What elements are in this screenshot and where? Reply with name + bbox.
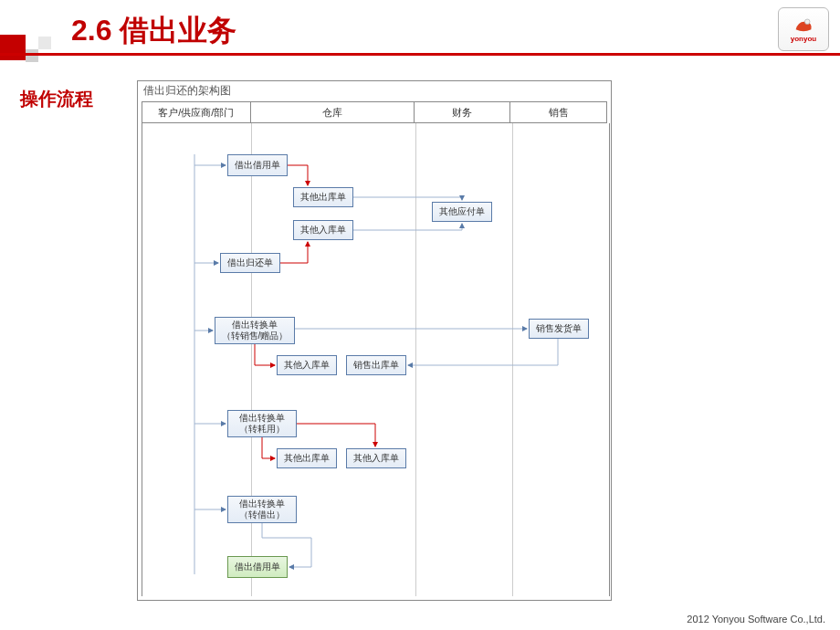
diagram-title: 借出归还的架构图 — [143, 83, 231, 99]
node-sales-deliver: 销售发货单 — [529, 319, 589, 339]
node-lend-borrow2: 借出借用单 — [227, 556, 288, 578]
node-other-in2: 其他入库单 — [277, 355, 337, 375]
col-warehouse: 仓库 — [251, 101, 415, 123]
node-lend-return: 借出归还单 — [220, 253, 280, 273]
col-finance: 财务 — [415, 101, 511, 123]
page-title: 2.6 借出业务 — [71, 11, 236, 51]
node-other-in: 其他入库单 — [293, 220, 353, 240]
col-sales: 销售 — [510, 101, 607, 123]
node-lend-borrow: 借出借用单 — [227, 154, 288, 176]
node-sales-out: 销售出库单 — [346, 355, 406, 375]
node-convert-lend: 借出转换单 （转借出） — [227, 496, 297, 523]
node-convert-sale: 借出转换单 （转销售/赠品） — [215, 317, 295, 344]
header-divider — [0, 53, 840, 56]
col-customer: 客户/供应商/部门 — [142, 101, 251, 123]
section-title: 操作流程 — [20, 87, 93, 111]
swimlane-headers: 客户/供应商/部门 仓库 财务 销售 — [142, 101, 607, 123]
flowchart: 借出归还的架构图 客户/供应商/部门 仓库 财务 销售 借出借用单 其他出库单 … — [137, 80, 612, 601]
logo-text: yonyou — [791, 35, 816, 43]
svg-point-0 — [804, 19, 810, 25]
yonyou-logo: yonyou — [778, 7, 829, 51]
footer-copyright: 2012 Yonyou Software Co.,Ltd. — [687, 614, 825, 625]
connectors — [138, 81, 613, 602]
node-other-out: 其他出库单 — [293, 187, 353, 207]
node-other-in3: 其他入库单 — [346, 448, 406, 468]
node-convert-consume: 借出转换单 （转耗用） — [227, 410, 297, 437]
node-other-payable: 其他应付单 — [432, 202, 492, 222]
node-other-out2: 其他出库单 — [277, 448, 337, 468]
